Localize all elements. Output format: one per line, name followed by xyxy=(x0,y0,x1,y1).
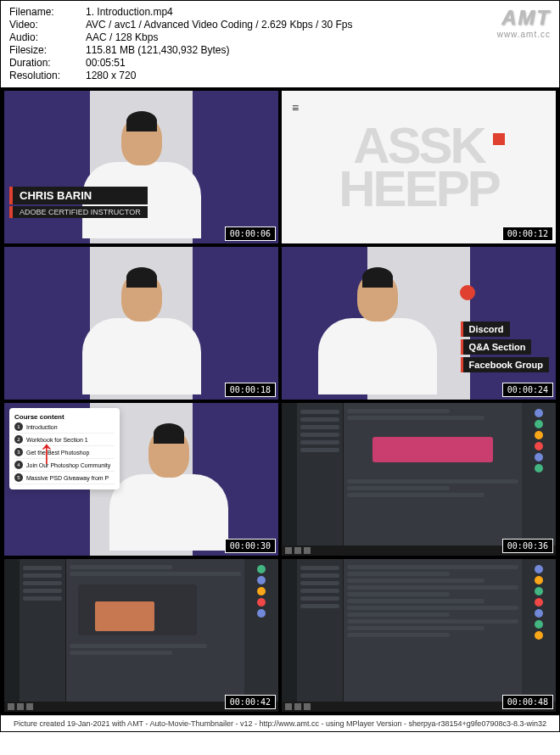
discord-chat xyxy=(344,559,522,712)
filesize-label: Filesize: xyxy=(9,44,86,56)
callout-list: Discord Q&A Section Facebook Group xyxy=(461,321,549,374)
arrow-up-icon: ↑ xyxy=(38,433,55,471)
discord-server-bar xyxy=(282,403,297,556)
timestamp: 00:00:48 xyxy=(502,695,553,709)
timestamp: 00:00:24 xyxy=(502,383,553,397)
discord-channel-list xyxy=(297,559,344,712)
discord-embed xyxy=(372,437,493,462)
callout-item: Q&A Section xyxy=(461,339,532,355)
thumbnail-7: 00:00:42 xyxy=(4,559,278,712)
callout-item: Facebook Group xyxy=(461,357,549,372)
thumbnail-grid: CHRIS BARIN ADOBE CERTIFIED INSTRUCTOR 0… xyxy=(1,87,559,715)
thumbnail-6: 00:00:36 xyxy=(282,403,556,556)
thumbnail-5: Course content 1Introduction 2Workbook f… xyxy=(4,403,278,556)
filename-label: Filename: xyxy=(9,6,86,18)
resolution-value: 1280 x 720 xyxy=(86,70,136,81)
presenter-name: CHRIS BARIN xyxy=(9,187,148,204)
filename-value: 1. Introduction.mp4 xyxy=(86,6,173,18)
course-content-popup: Course content 1Introduction 2Workbook f… xyxy=(9,408,120,489)
discord-server-bar xyxy=(282,559,297,712)
discord-member-list xyxy=(522,559,556,712)
timestamp: 00:00:36 xyxy=(502,539,553,553)
discord-server-bar xyxy=(4,559,20,712)
popup-item: Get the Best Photoshop xyxy=(26,450,89,456)
callout-item: Discord xyxy=(461,322,510,337)
logo-url: www.amt.cc xyxy=(497,30,551,39)
timestamp: 00:00:30 xyxy=(225,539,276,553)
thumbnail-2: ≡ ASSK HEEPP 00:00:12 xyxy=(282,91,556,243)
video-value: AVC / avc1 / Advanced Video Coding / 2.6… xyxy=(86,19,352,31)
thumbnail-8: 00:00:48 xyxy=(282,559,556,712)
audio-label: Audio: xyxy=(9,31,86,43)
accent-square-icon xyxy=(493,133,505,145)
thumbnail-1: CHRIS BARIN ADOBE CERTIFIED INSTRUCTOR 0… xyxy=(4,91,278,243)
discord-member-list xyxy=(244,559,278,712)
video-label: Video: xyxy=(9,19,86,31)
discord-chat xyxy=(66,559,244,712)
timestamp: 00:00:12 xyxy=(502,226,553,241)
discord-channel-list xyxy=(297,403,344,556)
popup-item: Massive PSD Giveaway from P xyxy=(26,475,109,481)
metadata-panel: Filename:1. Introduction.mp4 Video:AVC /… xyxy=(1,1,559,87)
filesize-value: 115.81 MB (121,430,932 Bytes) xyxy=(86,44,229,56)
thumbnail-sheet: Filename:1. Introduction.mp4 Video:AVC /… xyxy=(0,0,560,732)
discord-member-list xyxy=(522,403,556,556)
play-circle-icon xyxy=(460,285,475,300)
popup-title: Course content xyxy=(14,413,115,421)
duration-value: 00:05:51 xyxy=(86,57,126,69)
popup-item: Workbook for Section 1 xyxy=(26,437,88,443)
timestamp: 00:00:06 xyxy=(225,226,276,241)
audio-value: AAC / 128 Kbps xyxy=(86,31,158,43)
resolution-label: Resolution: xyxy=(9,70,86,81)
footer-credits: Picture created 19-Jan-2021 with AMT - A… xyxy=(1,715,559,731)
lower-third: CHRIS BARIN ADOBE CERTIFIED INSTRUCTOR xyxy=(9,187,148,218)
popup-item: Introduction xyxy=(26,424,58,430)
presenter-title: ADOBE CERTIFIED INSTRUCTOR xyxy=(9,206,148,218)
duration-label: Duration: xyxy=(9,57,86,69)
thumbnail-4: Discord Q&A Section Facebook Group 00:00… xyxy=(282,247,556,400)
timestamp: 00:00:42 xyxy=(225,695,276,709)
logo: AMT www.amt.cc xyxy=(497,6,551,39)
timestamp: 00:00:18 xyxy=(225,383,276,397)
thumbnail-3: 00:00:18 xyxy=(4,247,278,400)
bg-text-bottom: HEEPP xyxy=(339,167,498,210)
hamburger-icon: ≡ xyxy=(292,101,299,115)
discord-chat xyxy=(344,403,522,556)
discord-image-card xyxy=(78,584,197,635)
discord-channel-list xyxy=(20,559,66,712)
logo-text: AMT xyxy=(497,6,551,30)
